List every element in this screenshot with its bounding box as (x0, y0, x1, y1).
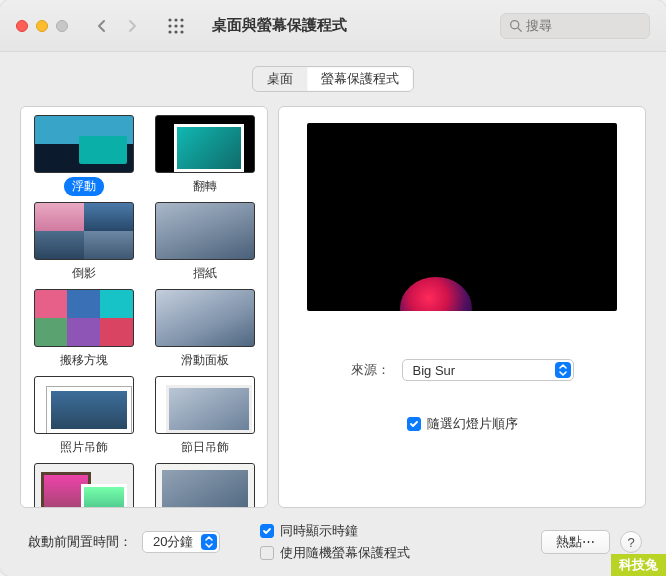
screensaver-list[interactable]: 浮動 翻轉 倒影 摺紙 搬移方塊 (20, 106, 268, 508)
screensaver-thumb (34, 289, 134, 347)
random-screensaver-checkbox[interactable] (260, 546, 274, 560)
svg-point-2 (180, 18, 183, 21)
screensaver-item[interactable]: 照片牆 (27, 463, 140, 508)
screensaver-label: 摺紙 (185, 264, 225, 283)
idle-label: 啟動前閒置時間： (28, 533, 132, 551)
screensaver-preview[interactable] (307, 123, 617, 311)
screensaver-item[interactable]: 懷舊列印 (148, 463, 261, 508)
chevron-updown-icon (201, 534, 217, 550)
svg-point-6 (168, 30, 171, 33)
screensaver-thumb (155, 202, 255, 260)
search-input[interactable] (526, 18, 641, 33)
segmented-tabs: 桌面 螢幕保護程式 (252, 66, 414, 92)
screensaver-label: 搬移方塊 (52, 351, 116, 370)
svg-point-0 (168, 18, 171, 21)
titlebar: 桌面與螢幕保護程式 (0, 0, 666, 52)
forward-button[interactable] (118, 14, 146, 38)
shuffle-row: 隨選幻燈片順序 (407, 415, 518, 433)
screensaver-label: 浮動 (64, 177, 104, 196)
screensaver-label: 倒影 (64, 264, 104, 283)
screensaver-thumb (155, 115, 255, 173)
svg-point-8 (180, 30, 183, 33)
screensaver-label: 滑動面板 (173, 351, 237, 370)
screensaver-thumb (34, 202, 134, 260)
screensaver-thumb (155, 376, 255, 434)
svg-point-1 (174, 18, 177, 21)
svg-point-5 (180, 24, 183, 27)
minimize-window-button[interactable] (36, 20, 48, 32)
shuffle-checkbox[interactable] (407, 417, 421, 431)
screensaver-thumb (155, 289, 255, 347)
bottom-bar: 啟動前閒置時間： 20分鐘 同時顯示時鐘 使用隨機螢幕保護程式 熱點⋯ (0, 514, 666, 576)
svg-point-7 (174, 30, 177, 33)
source-select[interactable]: Big Sur (402, 359, 574, 381)
close-window-button[interactable] (16, 20, 28, 32)
screensaver-item[interactable]: 倒影 (27, 202, 140, 283)
screensaver-item[interactable]: 浮動 (27, 115, 140, 196)
source-label: 來源： (351, 361, 390, 379)
svg-point-4 (174, 24, 177, 27)
screensaver-preview-pane: 來源： Big Sur 隨選幻燈片順序 (278, 106, 646, 508)
idle-select-value: 20分鐘 (153, 533, 193, 551)
window-traffic-lights (16, 20, 68, 32)
svg-point-3 (168, 24, 171, 27)
nav-buttons (88, 14, 146, 38)
window-title: 桌面與螢幕保護程式 (212, 16, 347, 35)
screensaver-thumb (34, 376, 134, 434)
preview-graphic (400, 277, 472, 311)
screensaver-item[interactable]: 照片吊飾 (27, 376, 140, 457)
screensaver-item[interactable]: 滑動面板 (148, 289, 261, 370)
main-panes: 浮動 翻轉 倒影 摺紙 搬移方塊 (0, 92, 666, 514)
help-button[interactable]: ? (620, 531, 642, 553)
source-select-value: Big Sur (413, 363, 456, 378)
prefpane-window: 桌面與螢幕保護程式 桌面 螢幕保護程式 浮動 翻轉 (0, 0, 666, 576)
search-icon (509, 19, 522, 32)
check-icon (409, 419, 419, 429)
random-screensaver-label: 使用隨機螢幕保護程式 (280, 544, 410, 562)
show-clock-label: 同時顯示時鐘 (280, 522, 358, 540)
screensaver-label: 照片吊飾 (52, 438, 116, 457)
back-button[interactable] (88, 14, 116, 38)
screensaver-label: 翻轉 (185, 177, 225, 196)
show-all-icon[interactable] (162, 14, 190, 38)
hot-corners-button[interactable]: 熱點⋯ (541, 530, 610, 554)
shuffle-label: 隨選幻燈片順序 (427, 415, 518, 433)
search-field[interactable] (500, 13, 650, 39)
check-icon (262, 526, 272, 536)
screensaver-item[interactable]: 節日吊飾 (148, 376, 261, 457)
watermark: 科技兔 (611, 554, 666, 576)
screensaver-thumb (34, 463, 134, 508)
svg-line-10 (518, 28, 521, 31)
show-clock-checkbox[interactable] (260, 524, 274, 538)
zoom-window-button[interactable] (56, 20, 68, 32)
tab-row: 桌面 螢幕保護程式 (0, 66, 666, 92)
screensaver-thumb (155, 463, 255, 508)
tab-screensaver[interactable]: 螢幕保護程式 (307, 67, 413, 91)
source-row: 來源： Big Sur (307, 359, 617, 381)
screensaver-label: 節日吊飾 (173, 438, 237, 457)
chevron-updown-icon (555, 362, 571, 378)
screensaver-item[interactable]: 搬移方塊 (27, 289, 140, 370)
screensaver-thumb (34, 115, 134, 173)
tab-desktop[interactable]: 桌面 (253, 67, 307, 91)
screensaver-item[interactable]: 翻轉 (148, 115, 261, 196)
screensaver-item[interactable]: 摺紙 (148, 202, 261, 283)
idle-select[interactable]: 20分鐘 (142, 531, 220, 553)
